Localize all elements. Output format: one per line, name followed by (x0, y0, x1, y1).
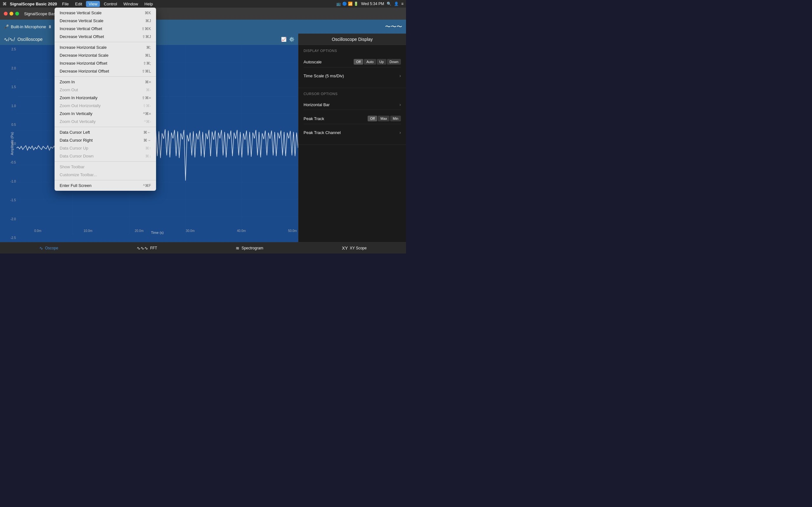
menu-item-shortcut: ⌘→ (143, 138, 151, 143)
menu-item-label: Decrease Horizontal Offset (60, 69, 109, 73)
menu-item-shortcut: ⌘= (145, 80, 151, 84)
menu-item-shortcut: ⌘K (145, 11, 151, 15)
menu-item-shortcut: ⌘; (146, 45, 151, 50)
menu-help[interactable]: Help (142, 1, 155, 7)
menu-item-label: Zoom In Horizontally (60, 95, 97, 100)
menu-item-show-toolbar: Show Toolbar (55, 163, 156, 171)
menu-item-label: Zoom Out Vertically (60, 119, 96, 124)
menu-item-label: Data Cursor Up (60, 146, 88, 151)
menu-item-zoom-out-vertically: Zoom Out Vertically^⌘- (55, 118, 156, 125)
menu-item-label: Increase Vertical Offset (60, 26, 102, 31)
menubar-right: 📺 🔵 📶 🔋 Wed 5:34 PM 🔍 👤 ≡ (336, 2, 403, 6)
menu-item-label: Data Cursor Right (60, 138, 93, 143)
menu-item-increase-horizontal-offset[interactable]: Increase Horizontal Offset⇧⌘; (55, 59, 156, 67)
menu-item-customize-toolbar...: Customize Toolbar... (55, 171, 156, 179)
menu-item-shortcut: ⌘L (145, 53, 151, 58)
menu-separator-9 (55, 76, 156, 77)
menu-item-label: Zoom Out Horizontally (60, 103, 101, 108)
menu-item-zoom-in-vertically[interactable]: Zoom In Vertically^⌘= (55, 110, 156, 118)
menu-separator-21 (55, 161, 156, 162)
menu-item-label: Zoom In (60, 79, 75, 84)
view-dropdown-menu: Increase Vertical Scale⌘KDecrease Vertic… (55, 8, 156, 191)
menu-separator-4 (55, 42, 156, 42)
menu-item-shortcut: ^⌘F (143, 183, 151, 188)
menu-item-shortcut: ^⌘= (143, 112, 151, 116)
menu-item-enter-full-screen[interactable]: Enter Full Screen^⌘F (55, 181, 156, 189)
dropdown-overlay[interactable]: Increase Vertical Scale⌘KDecrease Vertic… (0, 0, 406, 253)
menu-item-decrease-horizontal-offset[interactable]: Decrease Horizontal Offset⇧⌘L (55, 67, 156, 75)
menu-separator-16 (55, 127, 156, 127)
menu-item-increase-vertical-scale[interactable]: Increase Vertical Scale⌘K (55, 9, 156, 17)
menu-item-label: Increase Horizontal Offset (60, 61, 107, 66)
menu-item-label: Data Cursor Down (60, 154, 94, 158)
apple-logo-icon[interactable]: ⌘ (3, 2, 7, 6)
menu-view[interactable]: View (86, 1, 100, 7)
menu-item-label: Decrease Vertical Scale (60, 18, 103, 23)
menu-window[interactable]: Window (121, 1, 141, 7)
menu-item-decrease-horizontal-scale[interactable]: Decrease Horizontal Scale⌘L (55, 51, 156, 59)
menu-item-increase-horizontal-scale[interactable]: Increase Horizontal Scale⌘; (55, 43, 156, 51)
user-icon[interactable]: 👤 (394, 2, 399, 6)
menu-item-shortcut: ⌘↑ (145, 146, 151, 151)
menu-item-label: Data Cursor Left (60, 130, 90, 135)
menu-item-decrease-vertical-scale[interactable]: Decrease Vertical Scale⌘J (55, 17, 156, 25)
menu-item-label: Zoom In Vertically (60, 111, 92, 116)
menubar: ⌘ SignalScope Basic 2020 File Edit View … (0, 0, 406, 8)
menu-item-label: Decrease Vertical Offset (60, 34, 104, 39)
menu-item-shortcut: ⌘← (143, 130, 151, 135)
menu-item-shortcut: ⌘↓ (145, 154, 151, 158)
menu-item-shortcut: ⇧⌘K (142, 26, 151, 31)
menu-item-data-cursor-down: Data Cursor Down⌘↓ (55, 152, 156, 160)
menu-item-shortcut: ⇧⌘- (143, 104, 151, 108)
menu-item-shortcut: ⌘- (146, 88, 151, 92)
menu-edit[interactable]: Edit (72, 1, 85, 7)
menu-item-data-cursor-left[interactable]: Data Cursor Left⌘← (55, 128, 156, 136)
menu-item-data-cursor-up: Data Cursor Up⌘↑ (55, 144, 156, 152)
menu-item-shortcut: ^⌘- (144, 119, 151, 124)
menu-item-zoom-in[interactable]: Zoom In⌘= (55, 78, 156, 86)
menu-item-shortcut: ⌘J (145, 19, 151, 23)
menu-item-data-cursor-right[interactable]: Data Cursor Right⌘→ (55, 136, 156, 144)
menu-item-zoom-in-horizontally[interactable]: Zoom In Horizontally⇧⌘= (55, 94, 156, 102)
menu-item-shortcut: ⇧⌘= (142, 96, 151, 100)
app-name: SignalScope Basic 2020 (10, 2, 57, 6)
menu-item-zoom-out-horizontally: Zoom Out Horizontally⇧⌘- (55, 102, 156, 110)
menu-item-decrease-vertical-offset[interactable]: Decrease Vertical Offset⇧⌘J (55, 33, 156, 41)
menu-file[interactable]: File (60, 1, 71, 7)
menu-item-increase-vertical-offset[interactable]: Increase Vertical Offset⇧⌘K (55, 25, 156, 33)
search-icon[interactable]: 🔍 (387, 2, 392, 6)
menubar-time: Wed 5:34 PM (361, 2, 384, 6)
menu-control[interactable]: Control (101, 1, 119, 7)
menu-item-label: Show Toolbar (60, 164, 85, 169)
menu-item-label: Increase Vertical Scale (60, 10, 101, 15)
menu-item-shortcut: ⇧⌘J (142, 35, 151, 39)
menu-item-shortcut: ⇧⌘L (142, 69, 151, 73)
menu-item-zoom-out: Zoom Out⌘- (55, 86, 156, 94)
menu-item-label: Zoom Out (60, 88, 78, 92)
menu-item-label: Enter Full Screen (60, 183, 91, 188)
menu-item-label: Decrease Horizontal Scale (60, 53, 108, 58)
menubar-icons: 📺 🔵 📶 🔋 (336, 2, 358, 6)
menu-item-shortcut: ⇧⌘; (143, 61, 151, 66)
menu-item-label: Increase Horizontal Scale (60, 45, 107, 50)
list-icon[interactable]: ≡ (401, 2, 403, 6)
menu-separator-24 (55, 180, 156, 180)
menu-item-label: Customize Toolbar... (60, 172, 97, 177)
